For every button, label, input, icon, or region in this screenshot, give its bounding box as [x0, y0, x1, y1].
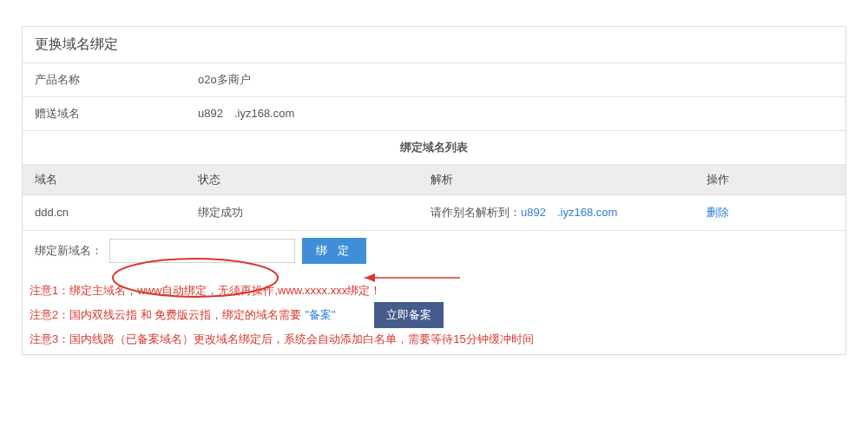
note-2-text-a: 注意2：国内双线云指 和 免费版云指，绑定的域名需要 [30, 304, 301, 326]
note-2-beian-quote: "备案" [305, 304, 335, 326]
gift-domain-value: u892 .iyz168.com [186, 97, 845, 130]
panel-title: 更换域名绑定 [23, 27, 845, 63]
table-header-row: 域名 状态 解析 操作 [23, 165, 845, 195]
page-root: 更换域名绑定 产品名称 o2o多商户 赠送域名 u892 .iyz168.com… [0, 0, 868, 434]
col-action-header: 操作 [694, 165, 845, 194]
note-1: 注意1：绑定主域名，www自动绑定，无须再操作,www.xxxx.xxx绑定！ [30, 279, 838, 302]
table-row: ddd.cn 绑定成功 请作别名解析到：u892 .iyz168.com 删除 [23, 195, 845, 231]
delete-link[interactable]: 删除 [707, 206, 729, 219]
product-label: 产品名称 [23, 63, 186, 96]
cell-status: 绑定成功 [186, 196, 418, 229]
note-2: 注意2：国内双线云指 和 免费版云指，绑定的域名需要 "备案" 立即备案 [30, 302, 838, 328]
product-row: 产品名称 o2o多商户 [23, 63, 845, 97]
resolve-target: u892 .iyz168.com [521, 206, 617, 219]
note-3: 注意3：国内线路（已备案域名）更改域名绑定后，系统会自动添加白名单，需要等待15… [30, 328, 838, 351]
notes-block: 注意1：绑定主域名，www自动绑定，无须再操作,www.xxxx.xxx绑定！ … [23, 271, 845, 354]
cell-resolve: 请作别名解析到：u892 .iyz168.com [418, 195, 694, 230]
gift-domain-row: 赠送域名 u892 .iyz168.com [23, 97, 845, 131]
bind-new-domain-row: 绑定新域名： 绑 定 [23, 231, 845, 271]
bind-new-domain-input[interactable] [109, 239, 295, 263]
bind-button[interactable]: 绑 定 [302, 238, 366, 264]
cell-action: 删除 [694, 196, 845, 229]
bind-new-domain-label: 绑定新域名： [35, 243, 102, 259]
resolve-prefix: 请作别名解析到： [431, 206, 521, 219]
col-status-header: 状态 [186, 165, 418, 194]
col-domain-header: 域名 [23, 165, 186, 194]
beian-button[interactable]: 立即备案 [374, 302, 444, 328]
domain-binding-panel: 更换域名绑定 产品名称 o2o多商户 赠送域名 u892 .iyz168.com… [22, 26, 846, 355]
cell-domain: ddd.cn [23, 197, 186, 227]
bound-domain-list-header: 绑定域名列表 [23, 131, 845, 165]
gift-domain-label: 赠送域名 [23, 97, 186, 130]
product-value: o2o多商户 [186, 63, 845, 96]
col-resolve-header: 解析 [418, 165, 694, 194]
